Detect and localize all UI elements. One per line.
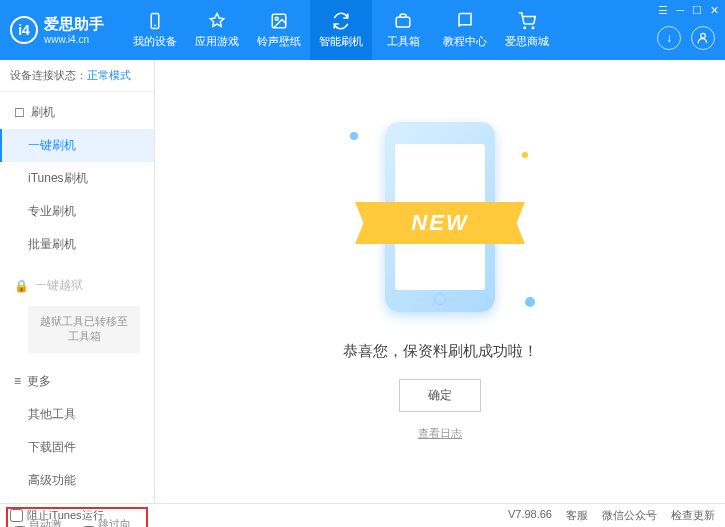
- refresh-icon: [331, 11, 351, 31]
- download-button[interactable]: ↓: [657, 26, 681, 50]
- nav-my-device[interactable]: 我的设备: [124, 0, 186, 60]
- menu-icon[interactable]: ☰: [658, 4, 668, 17]
- svg-point-3: [275, 17, 278, 20]
- nav-store[interactable]: 爱思商城: [496, 0, 558, 60]
- nav-tutorials[interactable]: 教程中心: [434, 0, 496, 60]
- sidebar-item-pro[interactable]: 专业刷机: [0, 195, 154, 228]
- app-header: i4 爱思助手 www.i4.cn 我的设备 应用游戏 铃声壁纸 智能刷机 工具…: [0, 0, 725, 60]
- logo-icon: i4: [10, 16, 38, 44]
- book-icon: [455, 11, 475, 31]
- phone-icon: [145, 11, 165, 31]
- sidebar-flash-header[interactable]: ☐刷机: [0, 96, 154, 129]
- phone-illustration: NEW: [370, 122, 510, 322]
- minimize-icon[interactable]: ─: [676, 4, 684, 17]
- connection-status: 设备连接状态：正常模式: [0, 60, 154, 92]
- new-ribbon: NEW: [355, 202, 525, 244]
- success-message: 恭喜您，保资料刷机成功啦！: [343, 342, 538, 361]
- jailbreak-note: 越狱工具已转移至工具箱: [28, 306, 140, 353]
- ok-button[interactable]: 确定: [399, 379, 481, 412]
- app-title: 爱思助手: [44, 15, 104, 34]
- sidebar: 设备连接状态：正常模式 ☐刷机 一键刷机 iTunes刷机 专业刷机 批量刷机 …: [0, 60, 155, 503]
- flash-icon: ☐: [14, 106, 25, 120]
- apps-icon: [207, 11, 227, 31]
- block-itunes-checkbox[interactable]: 阻止iTunes运行: [10, 508, 104, 523]
- nav-toolbox[interactable]: 工具箱: [372, 0, 434, 60]
- sidebar-item-batch[interactable]: 批量刷机: [0, 228, 154, 261]
- update-link[interactable]: 检查更新: [671, 508, 715, 523]
- app-subtitle: www.i4.cn: [44, 34, 104, 45]
- sidebar-item-oneclick[interactable]: 一键刷机: [0, 129, 154, 162]
- maximize-icon[interactable]: ☐: [692, 4, 702, 17]
- svg-rect-4: [396, 17, 410, 27]
- main-content: NEW 恭喜您，保资料刷机成功啦！ 确定 查看日志: [155, 60, 725, 503]
- svg-point-5: [524, 27, 526, 29]
- nav-apps[interactable]: 应用游戏: [186, 0, 248, 60]
- svg-point-6: [532, 27, 534, 29]
- close-icon[interactable]: ✕: [710, 4, 719, 17]
- svg-point-7: [701, 33, 706, 38]
- nav-flash[interactable]: 智能刷机: [310, 0, 372, 60]
- logo: i4 爱思助手 www.i4.cn: [10, 15, 104, 45]
- sidebar-more-header[interactable]: ≡更多: [0, 365, 154, 398]
- window-controls: ☰ ─ ☐ ✕: [658, 4, 719, 17]
- sidebar-jailbreak-header: 🔒一键越狱: [0, 269, 154, 302]
- toolbox-icon: [393, 11, 413, 31]
- sidebar-item-itunes[interactable]: iTunes刷机: [0, 162, 154, 195]
- list-icon: ≡: [14, 374, 21, 388]
- user-button[interactable]: [691, 26, 715, 50]
- nav-ringtones[interactable]: 铃声壁纸: [248, 0, 310, 60]
- sidebar-item-firmware[interactable]: 下载固件: [0, 431, 154, 464]
- top-nav: 我的设备 应用游戏 铃声壁纸 智能刷机 工具箱 教程中心 爱思商城: [124, 0, 558, 60]
- sidebar-item-advanced[interactable]: 高级功能: [0, 464, 154, 497]
- view-log-link[interactable]: 查看日志: [418, 426, 462, 441]
- lock-icon: 🔒: [14, 279, 29, 293]
- cart-icon: [517, 11, 537, 31]
- support-link[interactable]: 客服: [566, 508, 588, 523]
- sidebar-item-tools[interactable]: 其他工具: [0, 398, 154, 431]
- wechat-link[interactable]: 微信公众号: [602, 508, 657, 523]
- version-label: V7.98.66: [508, 508, 552, 523]
- image-icon: [269, 11, 289, 31]
